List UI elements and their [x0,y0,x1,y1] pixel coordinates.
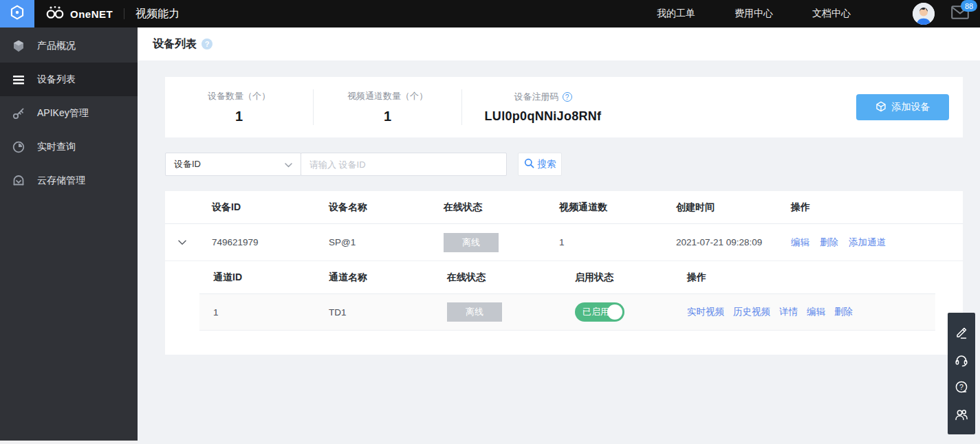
filter-selected-value: 设备ID [174,158,201,170]
sidebar: 产品概况 设备列表 APIKey管理 实时查询 云存储管理 [0,27,138,441]
avatar[interactable] [913,3,935,25]
col-device-name: 设备名称 [329,201,444,214]
chevron-down-icon [285,159,292,170]
topbar-nav: 我的工单 费用中心 文档中心 [657,8,851,20]
live-video-link[interactable]: 实时视频 [687,306,724,318]
cell-device-id: 749621979 [212,237,329,247]
col-online-status: 在线状态 [444,201,559,214]
sidebar-item-label: 产品概况 [37,40,76,52]
stat-reg-code-label: 设备注册码 [514,91,559,103]
sidebar-item-apikey[interactable]: APIKey管理 [0,96,138,130]
col-device-id: 设备ID [212,201,329,214]
nav-my-tickets[interactable]: 我的工单 [657,8,695,20]
list-icon [12,73,25,87]
sidebar-item-device-list[interactable]: 设备列表 [0,63,138,96]
stats-card: 设备数量（个） 1 视频通道数量（个） 1 设备注册码 ? LUl0p0qNNi… [165,77,963,137]
onenet-logo-icon [45,5,65,22]
device-cube-icon [875,101,886,114]
help-question-icon[interactable]: ? [954,379,969,395]
device-table-card: 设备ID 设备名称 在线状态 视频通道数 创建时间 操作 749621979 S… [165,191,963,355]
topbar-divider [124,8,124,19]
toggle-knob [607,304,622,320]
edit-channel-link[interactable]: 编辑 [807,306,825,318]
col-channel-count: 视频通道数 [559,201,676,214]
col-created-at: 创建时间 [676,201,791,214]
col-channel-enable-status: 启用状态 [575,271,687,284]
stat-device-count: 设备数量（个） 1 [165,90,313,124]
add-device-label: 添加设备 [892,101,930,113]
cell-channel-id: 1 [199,307,329,318]
mail-unread-badge: 88 [961,0,977,12]
stat-reg-code: 设备注册码 ? LUl0p0qNNiJo8RNf [462,91,624,124]
stat-device-count-label: 设备数量（个） [165,90,313,102]
sidebar-item-label: 实时查询 [37,141,76,153]
edit-device-link[interactable]: 编辑 [791,236,809,249]
col-channel-online-status: 在线状态 [447,271,575,284]
search-button[interactable]: 搜索 [518,153,562,176]
feedback-pencil-icon[interactable] [954,325,969,340]
add-device-button[interactable]: 添加设备 [856,94,949,120]
col-actions: 操作 [791,201,963,214]
delete-device-link[interactable]: 删除 [820,236,838,249]
sidebar-item-label: APIKey管理 [37,107,89,120]
stat-channel-count: 视频通道数量（个） 1 [314,90,461,124]
channel-offline-status-badge: 离线 [447,302,502,322]
page-header: 设备列表 ? [138,27,980,60]
cloud-storage-icon [12,174,25,188]
sidebar-item-label: 设备列表 [37,74,76,86]
sidebar-item-product-overview[interactable]: 产品概况 [0,29,138,63]
key-icon [12,107,25,120]
channel-table: 通道ID 通道名称 在线状态 启用状态 操作 1 TD1 离线 已启用 实时视频 [199,261,935,331]
row-expand-button[interactable] [178,240,186,245]
channel-enabled-toggle[interactable]: 已启用 [575,302,624,322]
clock-icon [12,140,25,154]
cell-channel-name: TD1 [329,307,447,318]
sidebar-item-cloud-storage[interactable]: 云存储管理 [0,164,138,197]
channel-table-row: 1 TD1 离线 已启用 实时视频 历史视频 详情 编辑 删除 [199,294,935,331]
toggle-label: 已启用 [582,306,609,318]
sidebar-item-label: 云存储管理 [37,175,85,187]
delete-channel-link[interactable]: 删除 [834,306,853,318]
add-channel-link[interactable]: 添加通道 [849,236,886,249]
stat-device-count-value: 1 [165,109,313,124]
onenet-brand[interactable]: OneNET [45,5,113,22]
device-table-header: 设备ID 设备名称 在线状态 视频通道数 创建时间 操作 [165,191,963,224]
cell-created-at: 2021-07-21 09:28:09 [676,237,791,247]
col-channel-id: 通道ID [199,271,329,284]
hexagon-icon [9,4,25,23]
search-icon [524,158,534,170]
reg-code-help-icon[interactable]: ? [563,92,572,102]
product-title: 视频能力 [135,7,179,21]
mail-button[interactable]: 88 [951,5,969,22]
device-table-row: 749621979 SP@1 离线 1 2021-07-21 09:28:09 … [165,224,963,261]
filter-select[interactable]: 设备ID [165,153,301,176]
channel-detail-link[interactable]: 详情 [779,306,798,318]
nav-doc-center[interactable]: 文档中心 [812,8,851,20]
stat-channel-count-value: 1 [314,109,461,124]
community-people-icon[interactable] [954,407,969,422]
support-headset-icon[interactable] [954,353,969,368]
brand-name: OneNET [70,8,113,20]
stat-reg-code-value: LUl0p0qNNiJo8RNf [462,109,624,124]
offline-status-badge: 离线 [444,233,499,252]
floating-toolbar: ? [948,313,975,434]
cube-icon [12,39,25,53]
col-channel-actions: 操作 [687,271,935,284]
sidebar-item-realtime-query[interactable]: 实时查询 [0,130,138,164]
platform-logo[interactable] [0,0,34,27]
search-row: 设备ID 搜索 [165,153,963,176]
content-area: 设备数量（个） 1 视频通道数量（个） 1 设备注册码 ? LUl0p0qNNi… [138,60,980,444]
channel-table-header: 通道ID 通道名称 在线状态 启用状态 操作 [199,261,935,294]
stat-channel-count-label: 视频通道数量（个） [314,90,461,102]
nav-billing-center[interactable]: 费用中心 [734,8,773,20]
history-video-link[interactable]: 历史视频 [733,306,770,318]
topbar: OneNET 视频能力 我的工单 费用中心 文档中心 88 [0,0,980,27]
sidebar-bottom-strip [0,441,138,444]
page-help-icon[interactable]: ? [202,38,213,49]
cell-channel-count: 1 [559,237,676,247]
col-channel-name: 通道名称 [329,271,447,284]
search-button-label: 搜索 [538,158,556,170]
page-title: 设备列表 [153,37,197,52]
svg-text:?: ? [959,383,963,391]
search-input[interactable] [301,153,507,176]
